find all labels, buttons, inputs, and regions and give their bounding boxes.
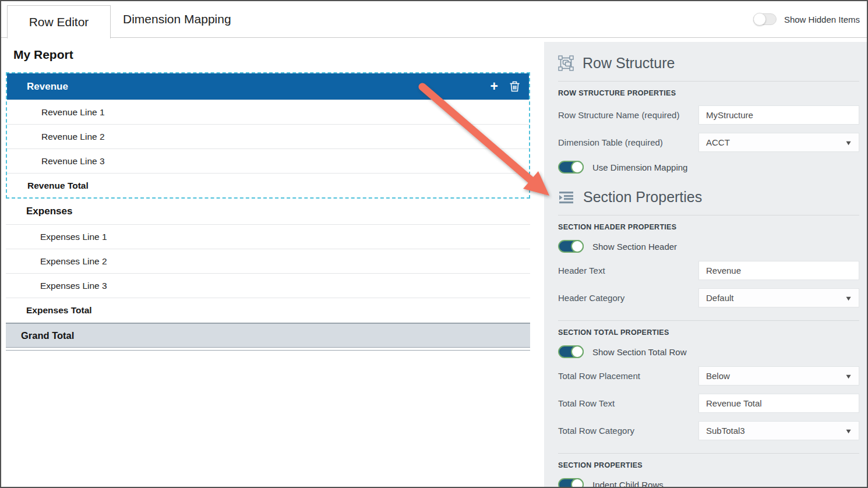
row-label: Revenue Line 1: [41, 107, 105, 118]
toggle-knob: [571, 345, 584, 358]
toggle-knob: [571, 240, 584, 253]
total-row-placement-select[interactable]: Below ▼: [698, 366, 859, 386]
report-title: My Report: [13, 48, 73, 62]
tab-dimension-mapping-label: Dimension Mapping: [123, 12, 231, 26]
row-structure-name-label: Row Structure Name (required): [558, 110, 698, 120]
show-hidden-items-control: Show Hidden Items: [753, 1, 860, 37]
total-row-text-field: Total Row Text: [558, 394, 859, 413]
total-row-placement-label: Total Row Placement: [558, 371, 698, 381]
header-text-input[interactable]: [698, 261, 859, 280]
tab-dimension-mapping[interactable]: Dimension Mapping: [123, 1, 231, 37]
chevron-down-icon: ▼: [845, 295, 853, 302]
properties-panel: Row Structure ROW STRUCTURE PROPERTIES R…: [544, 42, 867, 487]
dimension-table-select[interactable]: ACCT ▼: [698, 133, 859, 152]
total-row-category-field: Total Row Category SubTotal3 ▼: [558, 421, 859, 440]
row-label: Expenses Line 3: [40, 281, 107, 291]
toggle-knob: [753, 13, 766, 26]
toggle-knob: [571, 478, 584, 488]
divider: [558, 320, 859, 321]
row-label: Grand Total: [21, 330, 74, 341]
toggle-knob: [571, 161, 584, 174]
row-label: Expenses Line 2: [40, 256, 107, 267]
row-revenue-header[interactable]: Revenue +: [7, 73, 529, 100]
row-expenses-total[interactable]: Expenses Total: [6, 298, 530, 322]
total-row-placement-field: Total Row Placement Below ▼: [558, 366, 859, 386]
row-label: Revenue Line 2: [41, 132, 105, 142]
show-section-header-label: Show Section Header: [592, 242, 677, 252]
section-header-properties-label: SECTION HEADER PROPERTIES: [558, 223, 859, 231]
indent-child-rows-toggle[interactable]: [558, 478, 584, 488]
header-text-field: Header Text: [558, 261, 859, 280]
row-grand-total[interactable]: Grand Total: [6, 323, 530, 348]
show-section-header-row: Show Section Header: [558, 240, 859, 253]
row-structure-name-input[interactable]: [698, 105, 859, 125]
header-category-value: Default: [706, 293, 734, 303]
section-properties-icon: [558, 190, 574, 204]
section-properties-title: Section Properties: [583, 189, 702, 206]
dimension-table-field: Dimension Table (required) ACCT ▼: [558, 133, 859, 152]
row-expenses-header[interactable]: Expenses: [6, 199, 530, 224]
use-dimension-mapping-label: Use Dimension Mapping: [592, 162, 687, 172]
row-expenses-line-3[interactable]: Expenses Line 3: [6, 273, 530, 298]
header-category-select[interactable]: Default ▼: [698, 288, 859, 307]
row-revenue-line-2[interactable]: Revenue Line 2: [7, 124, 529, 148]
row-expenses-line-2[interactable]: Expenses Line 2: [6, 249, 530, 273]
row-structure-title: Row Structure: [583, 55, 675, 72]
show-hidden-items-label: Show Hidden Items: [784, 15, 860, 24]
expenses-section: Expenses Expenses Line 1 Expenses Line 2…: [6, 199, 530, 322]
row-label: Revenue Line 3: [41, 156, 105, 167]
use-dimension-mapping-toggle[interactable]: [558, 161, 584, 174]
row-structure-name-field: Row Structure Name (required): [558, 105, 859, 125]
row-structure-icon: [558, 55, 574, 71]
divider: [558, 215, 859, 215]
section-total-properties-label: SECTION TOTAL PROPERTIES: [558, 328, 859, 337]
grand-total-underline: [6, 350, 530, 351]
total-row-category-value: SubTotal3: [706, 426, 745, 436]
chevron-down-icon: ▼: [845, 139, 853, 146]
header-text-label: Header Text: [558, 266, 698, 275]
add-row-icon[interactable]: +: [491, 80, 498, 93]
total-row-placement-value: Below: [706, 371, 730, 381]
show-hidden-items-toggle[interactable]: [753, 13, 777, 25]
row-label: Expenses: [26, 206, 72, 217]
divider: [558, 81, 859, 82]
row-label: Expenses Total: [26, 305, 92, 316]
delete-row-icon[interactable]: [510, 81, 520, 92]
row-structure-properties-label: ROW STRUCTURE PROPERTIES: [558, 89, 859, 97]
selected-section-outline: Revenue +: [6, 72, 530, 199]
row-revenue-line-1[interactable]: Revenue Line 1: [7, 100, 529, 124]
section-properties-group-label: SECTION PROPERTIES: [558, 461, 859, 469]
row-label: Revenue: [27, 81, 68, 93]
row-structure-heading: Row Structure: [558, 55, 859, 72]
total-row-text-input[interactable]: [698, 394, 859, 413]
row-label: Expenses Line 1: [40, 232, 107, 242]
header-category-label: Header Category: [558, 293, 698, 303]
total-row-text-label: Total Row Text: [558, 398, 698, 408]
row-label: Revenue Total: [27, 181, 89, 191]
indent-child-rows-label: Indent Child Rows: [592, 480, 664, 488]
show-section-total-row: Show Section Total Row: [558, 345, 859, 358]
chevron-down-icon: ▼: [845, 373, 853, 380]
row-revenue-total[interactable]: Revenue Total: [7, 173, 529, 197]
total-row-category-select[interactable]: SubTotal3 ▼: [698, 421, 859, 440]
section-properties-heading: Section Properties: [558, 189, 859, 206]
header-category-field: Header Category Default ▼: [558, 288, 859, 307]
app-window: Row Editor Dimension Mapping Show Hidden…: [0, 0, 868, 488]
show-section-header-toggle[interactable]: [558, 240, 584, 253]
row-action-icons: +: [491, 73, 520, 100]
report-row-list: Revenue +: [6, 72, 530, 351]
show-section-total-toggle[interactable]: [558, 345, 584, 358]
tab-row-editor[interactable]: Row Editor: [7, 5, 111, 38]
row-expenses-line-1[interactable]: Expenses Line 1: [6, 224, 530, 249]
total-row-category-label: Total Row Category: [558, 426, 698, 436]
dimension-table-value: ACCT: [706, 137, 730, 147]
row-revenue-line-3[interactable]: Revenue Line 3: [7, 148, 529, 173]
dimension-table-label: Dimension Table (required): [558, 137, 698, 147]
chevron-down-icon: ▼: [845, 427, 853, 434]
show-section-total-label: Show Section Total Row: [592, 347, 686, 357]
tab-row-editor-label: Row Editor: [29, 15, 89, 29]
divider: [558, 453, 859, 454]
tabbar-divider: [1, 37, 867, 38]
use-dimension-mapping-row: Use Dimension Mapping: [558, 161, 859, 174]
indent-child-rows-row: Indent Child Rows: [558, 478, 859, 488]
